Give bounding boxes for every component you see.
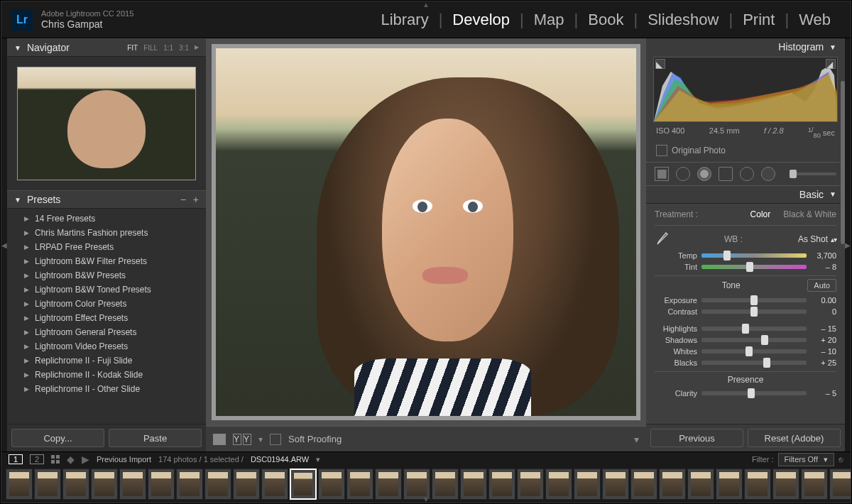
filmstrip-thumb[interactable] bbox=[545, 469, 572, 500]
left-panel-collapse[interactable]: ◀ bbox=[1, 38, 7, 451]
white-balance-picker-icon[interactable] bbox=[655, 231, 669, 247]
exposure-slider[interactable] bbox=[701, 298, 807, 302]
right-panel-collapse[interactable]: ▶ bbox=[845, 38, 851, 451]
filmstrip-thumb[interactable] bbox=[204, 469, 231, 500]
temp-value[interactable]: 3,700 bbox=[811, 251, 836, 260]
preset-folder[interactable]: ▶Lightroom General Presets bbox=[7, 325, 206, 339]
grid-view-icon[interactable] bbox=[51, 455, 60, 464]
filmstrip-thumb[interactable] bbox=[346, 469, 373, 500]
preset-folder[interactable]: ▶14 Free Presets bbox=[7, 212, 206, 226]
filmstrip-thumb[interactable] bbox=[460, 469, 487, 500]
spot-tool-icon[interactable] bbox=[676, 167, 690, 181]
auto-tone-button[interactable]: Auto bbox=[807, 279, 836, 292]
tint-slider[interactable] bbox=[701, 265, 807, 269]
filmstrip-thumb[interactable] bbox=[233, 469, 260, 500]
filmstrip-thumb[interactable] bbox=[659, 469, 686, 500]
preset-folder[interactable]: ▶Replichrome II - Kodak Slide bbox=[7, 368, 206, 382]
navigator-zoom-options[interactable]: FIT FILL 1:1 3:1 ▶ bbox=[127, 44, 199, 52]
mask-overlay-slider[interactable] bbox=[790, 172, 836, 175]
filter-dropdown[interactable]: Filters Off▾ bbox=[778, 453, 834, 466]
basic-panel-header[interactable]: Basic ▼ bbox=[646, 186, 845, 204]
preset-folder[interactable]: ▶Lightroom B&W Filter Presets bbox=[7, 254, 206, 268]
treatment-bw[interactable]: Black & White bbox=[783, 209, 836, 219]
contrast-slider[interactable] bbox=[701, 309, 807, 314]
clarity-value[interactable]: – 5 bbox=[811, 389, 836, 398]
module-book[interactable]: Book bbox=[578, 11, 633, 29]
filmstrip-thumb[interactable] bbox=[91, 469, 118, 500]
highlights-slider[interactable] bbox=[701, 327, 807, 331]
filmstrip-thumb[interactable] bbox=[602, 469, 629, 500]
collection-name[interactable]: Previous Import bbox=[97, 455, 151, 464]
copy-settings-button[interactable]: Copy... bbox=[11, 429, 104, 447]
filmstrip-thumb[interactable] bbox=[119, 469, 146, 500]
module-map[interactable]: Map bbox=[524, 11, 574, 29]
filmstrip-thumb[interactable] bbox=[744, 469, 771, 500]
filter-lock-icon[interactable]: ⎋ bbox=[839, 455, 843, 464]
preset-folder[interactable]: ▶Chris Martins Fashion presets bbox=[7, 226, 206, 240]
loupe-view-icon[interactable] bbox=[213, 434, 226, 445]
plus-icon[interactable]: + bbox=[193, 194, 199, 205]
highlight-clip-icon[interactable]: ◢ bbox=[826, 59, 836, 69]
module-develop[interactable]: Develop bbox=[442, 11, 520, 29]
preset-folder[interactable]: ▶Replichrome II - Other Slide bbox=[7, 382, 206, 396]
clarity-slider[interactable] bbox=[701, 391, 807, 395]
brush-tool-icon[interactable] bbox=[761, 167, 775, 181]
filmstrip-thumb[interactable] bbox=[517, 469, 544, 500]
histogram-display[interactable]: ◣ ◢ bbox=[653, 57, 838, 122]
toolbar-menu-icon[interactable]: ▾ bbox=[634, 434, 639, 445]
filmstrip-thumb[interactable] bbox=[801, 469, 828, 500]
slider-value[interactable]: + 20 bbox=[811, 336, 836, 344]
shadows-slider[interactable] bbox=[701, 338, 807, 342]
filmstrip-thumb[interactable] bbox=[772, 469, 799, 500]
filmstrip-thumb[interactable] bbox=[687, 469, 714, 500]
filmstrip-thumb[interactable] bbox=[34, 469, 61, 500]
collapse-top-tri[interactable]: ▲ bbox=[422, 1, 430, 9]
module-slideshow[interactable]: Slideshow bbox=[638, 11, 728, 29]
shadow-clip-icon[interactable]: ◣ bbox=[655, 59, 665, 69]
reset-button[interactable]: Reset (Adobe) bbox=[748, 429, 841, 447]
filmstrip-thumb[interactable] bbox=[318, 469, 345, 500]
graduated-filter-icon[interactable] bbox=[719, 167, 733, 181]
module-print[interactable]: Print bbox=[733, 11, 785, 29]
wb-dropdown[interactable]: As Shot▴▾ bbox=[798, 234, 836, 244]
tint-value[interactable]: – 8 bbox=[811, 263, 836, 271]
collapse-bottom-tri[interactable]: ▼ bbox=[422, 495, 430, 503]
filmstrip-thumb[interactable] bbox=[432, 469, 459, 500]
presets-header[interactable]: ▼ Presets − + bbox=[7, 190, 206, 209]
filmstrip-thumb[interactable] bbox=[176, 469, 203, 500]
blacks-slider[interactable] bbox=[701, 361, 807, 365]
filmstrip-thumb[interactable] bbox=[403, 469, 430, 500]
slider-value[interactable]: 0.00 bbox=[811, 296, 836, 305]
filmstrip-thumb[interactable] bbox=[716, 469, 743, 500]
radial-filter-icon[interactable] bbox=[740, 167, 754, 181]
module-web[interactable]: Web bbox=[789, 11, 841, 29]
minus-icon[interactable]: − bbox=[180, 194, 186, 205]
navigator-header[interactable]: ▼ Navigator FIT FILL 1:1 3:1 ▶ bbox=[7, 38, 206, 57]
soft-proofing-checkbox[interactable] bbox=[270, 434, 281, 445]
second-window-icon[interactable]: 2 bbox=[30, 454, 44, 464]
navigator-preview[interactable] bbox=[7, 57, 206, 190]
preset-folder[interactable]: ▶Lightroom Effect Presets bbox=[7, 311, 206, 325]
preset-folder[interactable]: ▶LRPAD Free Presets bbox=[7, 240, 206, 254]
original-photo-checkbox[interactable] bbox=[656, 145, 667, 156]
module-library[interactable]: Library bbox=[371, 11, 438, 29]
nav-back-icon[interactable]: ◆ bbox=[67, 454, 75, 465]
slider-value[interactable]: – 15 bbox=[811, 324, 836, 333]
filmstrip-thumb[interactable] bbox=[829, 469, 851, 500]
slider-value[interactable]: + 25 bbox=[811, 358, 836, 367]
histogram-header[interactable]: Histogram ▼ bbox=[646, 38, 845, 55]
preset-folder[interactable]: ▶Lightroom Color Presets bbox=[7, 297, 206, 311]
filmstrip-thumb[interactable] bbox=[6, 469, 33, 500]
crop-tool-icon[interactable] bbox=[655, 167, 669, 181]
previous-button[interactable]: Previous bbox=[650, 429, 743, 447]
temp-slider[interactable] bbox=[701, 253, 807, 258]
preset-folder[interactable]: ▶Lightroom B&W Presets bbox=[7, 268, 206, 283]
compare-view-icon[interactable]: Y Y bbox=[233, 434, 251, 445]
preset-folder[interactable]: ▶Lightroom B&W Toned Presets bbox=[7, 283, 206, 297]
filmstrip-thumb[interactable] bbox=[62, 469, 89, 500]
main-window-icon[interactable]: 1 bbox=[9, 454, 23, 464]
filmstrip-thumb[interactable] bbox=[261, 469, 288, 500]
filmstrip-thumb[interactable] bbox=[574, 469, 601, 500]
whites-slider[interactable] bbox=[701, 349, 807, 354]
slider-value[interactable]: 0 bbox=[811, 307, 836, 316]
